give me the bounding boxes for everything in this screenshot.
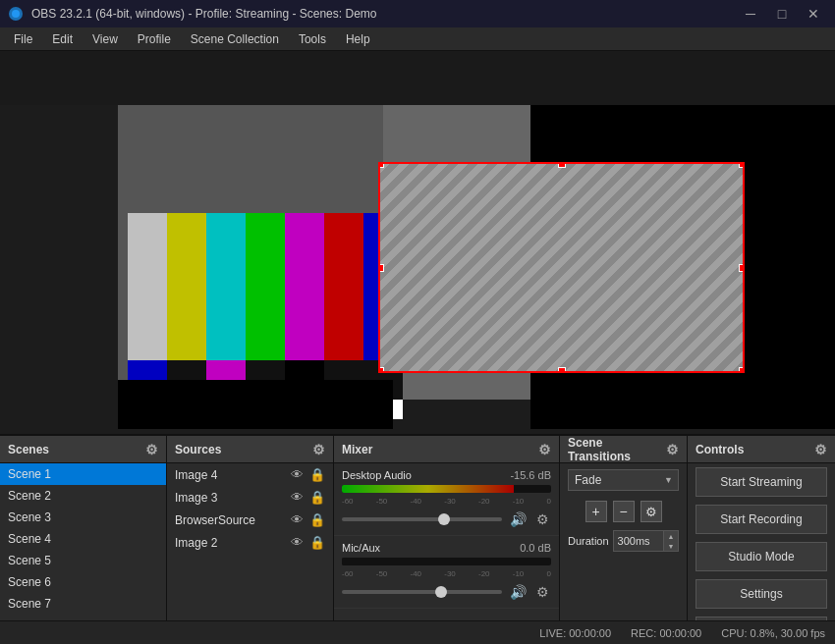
scene-item-1[interactable]: Scene 1: [0, 463, 166, 485]
desktop-audio-settings-btn[interactable]: ⚙: [534, 510, 551, 529]
titlebar-controls: ─ □ ✕: [737, 0, 827, 27]
transition-add-btn[interactable]: +: [585, 501, 607, 522]
settings-button[interactable]: Settings: [696, 579, 827, 609]
tick-m6: -10: [513, 569, 525, 578]
tick-5: -20: [478, 497, 490, 506]
lock-icon[interactable]: 🔒: [309, 467, 325, 482]
scene-item-2[interactable]: Scene 2: [0, 485, 166, 507]
maximize-button[interactable]: □: [768, 0, 796, 27]
close-button[interactable]: ✕: [800, 0, 827, 27]
micaux-label: Mic/Aux: [342, 542, 380, 554]
desktop-audio-mute-btn[interactable]: 🔊: [508, 510, 529, 529]
menu-scene-collection[interactable]: Scene Collection: [181, 28, 289, 50]
micaux-fader-knob[interactable]: [435, 586, 447, 598]
sources-panel-title: Sources: [175, 443, 221, 456]
bar-white: [128, 213, 167, 360]
transition-select-wrapper: Fade Cut Swipe Slide Stinger Luma Wipe: [568, 469, 679, 491]
micaux-db: 0.0 dB: [520, 542, 551, 554]
menu-help[interactable]: Help: [336, 28, 380, 50]
statusbar: LIVE: 00:00:00 REC: 00:00:00 CPU: 0.8%, …: [0, 620, 835, 644]
scene-item-4[interactable]: Scene 4: [0, 528, 166, 550]
scenes-panel-icon[interactable]: ⚙: [145, 442, 158, 457]
handle-bl[interactable]: [378, 367, 384, 373]
micaux-fader[interactable]: [342, 590, 502, 594]
menu-file[interactable]: File: [4, 28, 42, 50]
controls-panel: Controls ⚙ Start Streaming Start Recordi…: [688, 436, 835, 644]
selected-element[interactable]: [378, 162, 745, 373]
tick-2: -50: [376, 497, 388, 506]
micaux-meter: [342, 558, 551, 565]
scene-item-7[interactable]: Scene 7: [0, 593, 166, 615]
source-item-icons-image4: 👁 🔒: [291, 467, 325, 482]
duration-down-btn[interactable]: ▼: [664, 541, 678, 551]
duration-value: 300ms: [614, 533, 663, 549]
micaux-settings-btn[interactable]: ⚙: [534, 582, 551, 602]
tick-4: -30: [444, 497, 456, 506]
visibility-icon-2[interactable]: 👁: [291, 490, 304, 505]
source-item-browsersource[interactable]: BrowserSource 👁 🔒: [167, 509, 333, 531]
start-streaming-button[interactable]: Start Streaming: [696, 467, 827, 497]
bottom-panels: Scenes ⚙ Scene 1 Scene 2 Scene 3 Scene 4…: [0, 434, 835, 644]
tick-m3: -40: [411, 569, 422, 578]
handle-br[interactable]: [739, 367, 745, 373]
mixer-panel-header: Mixer ⚙: [334, 436, 559, 463]
handle-ml[interactable]: [378, 264, 384, 272]
mixer-panel-icon[interactable]: ⚙: [538, 442, 551, 457]
transition-remove-btn[interactable]: −: [613, 501, 635, 522]
desktop-audio-meter-bar: [342, 485, 514, 493]
visibility-icon[interactable]: 👁: [291, 467, 304, 482]
transition-buttons: + − ⚙: [560, 497, 687, 526]
app-icon: [8, 6, 24, 22]
tick-3: -40: [411, 497, 422, 506]
menu-view[interactable]: View: [83, 28, 128, 50]
lock-icon-4[interactable]: 🔒: [309, 535, 325, 550]
sources-panel-icon[interactable]: ⚙: [312, 442, 325, 457]
handle-tl[interactable]: [378, 162, 384, 168]
desktop-audio-fader[interactable]: [342, 517, 502, 521]
micaux-mute-btn[interactable]: 🔊: [508, 582, 529, 602]
visibility-icon-3[interactable]: 👁: [291, 512, 304, 527]
menu-edit[interactable]: Edit: [42, 28, 83, 50]
source-item-image3[interactable]: Image 3 👁 🔒: [167, 486, 333, 509]
handle-tm[interactable]: [558, 162, 566, 168]
source-item-image4[interactable]: Image 4 👁 🔒: [167, 463, 333, 486]
menu-profile[interactable]: Profile: [128, 28, 181, 50]
minimize-button[interactable]: ─: [737, 0, 764, 27]
scene-item-5[interactable]: Scene 5: [0, 550, 166, 571]
bar-green: [246, 213, 285, 360]
visibility-icon-4[interactable]: 👁: [291, 535, 304, 550]
handle-mr[interactable]: [739, 264, 745, 272]
transitions-panel-icon[interactable]: ⚙: [666, 442, 679, 457]
transition-select[interactable]: Fade Cut Swipe Slide Stinger Luma Wipe: [568, 469, 679, 491]
start-recording-button[interactable]: Start Recording: [696, 505, 827, 534]
source-item-label-image3: Image 3: [175, 491, 217, 505]
menu-tools[interactable]: Tools: [289, 28, 336, 50]
controls-panel-title: Controls: [696, 443, 744, 456]
source-item-icons-browser: 👁 🔒: [291, 512, 325, 527]
desktop-audio-fader-row: 🔊 ⚙: [342, 510, 551, 529]
tick-m1: -60: [342, 569, 354, 578]
tick-m2: -50: [376, 569, 388, 578]
scene-item-3[interactable]: Scene 3: [0, 507, 166, 528]
handle-tr[interactable]: [739, 162, 745, 168]
duration-spinner: ▲ ▼: [663, 531, 678, 551]
scenes-panel-title: Scenes: [8, 443, 49, 456]
desktop-audio-ticks: -60 -50 -40 -30 -20 -10 0: [342, 497, 551, 506]
preview-area: [0, 51, 835, 434]
svg-point-1: [12, 10, 20, 18]
duration-up-btn[interactable]: ▲: [664, 531, 678, 541]
studio-mode-button[interactable]: Studio Mode: [696, 542, 827, 571]
transitions-panel-title: Scene Transitions: [568, 436, 666, 463]
lock-icon-3[interactable]: 🔒: [309, 512, 325, 527]
desktop-audio-fader-knob[interactable]: [438, 513, 450, 525]
transitions-panel: Scene Transitions ⚙ Fade Cut Swipe Slide…: [560, 436, 688, 644]
handle-bm[interactable]: [558, 367, 566, 373]
transition-settings-btn[interactable]: ⚙: [640, 501, 662, 522]
lock-icon-2[interactable]: 🔒: [309, 490, 325, 505]
scene-item-6[interactable]: Scene 6: [0, 571, 166, 593]
source-item-label-image2: Image 2: [175, 536, 217, 550]
source-item-image2[interactable]: Image 2 👁 🔒: [167, 531, 333, 554]
controls-panel-icon[interactable]: ⚙: [814, 442, 827, 457]
tick-1: -60: [342, 497, 354, 506]
sources-panel: Sources ⚙ Image 4 👁 🔒 Image 3 👁 🔒 Browse…: [167, 436, 334, 644]
